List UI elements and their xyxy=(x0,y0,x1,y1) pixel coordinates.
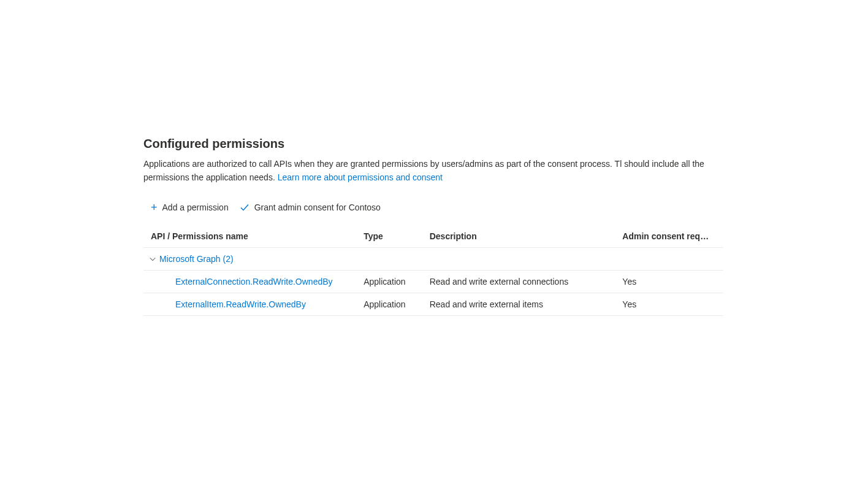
api-group-row: Microsoft Graph (2) xyxy=(143,247,723,270)
column-header-admin-consent[interactable]: Admin consent req… xyxy=(615,225,723,248)
plus-icon: + xyxy=(151,202,158,213)
toolbar: + Add a permission Grant admin consent f… xyxy=(143,202,723,213)
add-permission-label: Add a permission xyxy=(162,202,229,212)
api-group-toggle[interactable]: Microsoft Graph (2) xyxy=(148,254,718,264)
grant-consent-label: Grant admin consent for Contoso xyxy=(254,202,381,212)
permission-admin-consent: Yes xyxy=(615,270,723,293)
page-heading: Configured permissions xyxy=(143,137,723,151)
permission-description: Read and write external items xyxy=(422,293,615,315)
permission-name-link[interactable]: ExternalItem.ReadWrite.OwnedBy xyxy=(151,299,306,309)
permission-name-link[interactable]: ExternalConnection.ReadWrite.OwnedBy xyxy=(151,277,333,287)
column-header-description[interactable]: Description xyxy=(422,225,615,248)
table-row: ExternalConnection.ReadWrite.OwnedBy App… xyxy=(143,270,723,293)
learn-more-link[interactable]: Learn more about permissions and consent xyxy=(278,172,443,182)
permission-admin-consent: Yes xyxy=(615,293,723,315)
permission-description: Read and write external connections xyxy=(422,270,615,293)
chevron-down-icon xyxy=(148,255,157,263)
page-description: Applications are authorized to call APIs… xyxy=(143,157,723,185)
column-header-name[interactable]: API / Permissions name xyxy=(143,225,356,248)
check-icon xyxy=(240,202,249,212)
api-group-label: Microsoft Graph (2) xyxy=(159,254,234,264)
column-header-type[interactable]: Type xyxy=(356,225,422,248)
grant-admin-consent-button[interactable]: Grant admin consent for Contoso xyxy=(240,202,381,213)
add-permission-button[interactable]: + Add a permission xyxy=(151,202,229,213)
permission-type: Application xyxy=(356,270,422,293)
permissions-table: API / Permissions name Type Description … xyxy=(143,225,723,316)
table-row: ExternalItem.ReadWrite.OwnedBy Applicati… xyxy=(143,293,723,315)
permission-type: Application xyxy=(356,293,422,315)
